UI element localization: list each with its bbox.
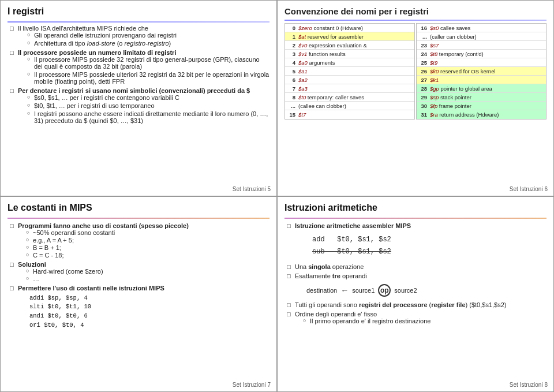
slide1-title: I registri bbox=[8, 6, 269, 17]
list-item: Il processore MIPS possiede 32 registri … bbox=[27, 56, 269, 70]
reg-row: 7 $a3 bbox=[285, 84, 414, 93]
reg-row: ... (callee can clobber) bbox=[285, 102, 414, 110]
slide1-divider bbox=[8, 21, 269, 23]
reg-row: 26 $k0 reserved for OS kernel bbox=[417, 67, 546, 76]
list-item: Hard-wired (come $zero) bbox=[26, 268, 269, 275]
reg-row: 28 $gp pointer to global area bbox=[417, 84, 546, 93]
reg-row: 4 $a0 arguments bbox=[285, 58, 414, 67]
list-item: $t0, $t1, … per i registri di uso tempor… bbox=[27, 102, 269, 109]
slide3-footer: Set Istruzioni 7 bbox=[233, 382, 271, 388]
reg-row: 23 $s7 bbox=[417, 41, 546, 50]
list-item: Istruzione aritmetiche assembler MIPS ad… bbox=[287, 222, 546, 259]
list-item: Gli operandi delle istruzioni provengano… bbox=[27, 32, 269, 39]
reg-row: 27 $k1 bbox=[417, 76, 546, 84]
list-item: Il processore possiede un numero limitat… bbox=[10, 49, 269, 85]
list-item: Per denotare i registri si usano nomi si… bbox=[10, 87, 269, 124]
slide2-footer: Set Istruzioni 6 bbox=[510, 186, 548, 192]
reg-row: 16 $s0 callee saves bbox=[417, 24, 546, 32]
slide4-footer: Set Istruzioni 8 bbox=[510, 382, 548, 388]
slide3-panel: Le costanti in MIPS Programmi fanno anch… bbox=[0, 196, 277, 393]
reg-row: 15 $t7 bbox=[285, 110, 414, 119]
reg-left-col: 0 $zero constant 0 (Hdware) 1 $at reserv… bbox=[285, 23, 415, 120]
reg-row: 5 $a1 bbox=[285, 67, 414, 76]
slide2-title: Convenzione dei nomi per i registri bbox=[285, 6, 546, 16]
slide1-panel: I registri Il livello ISA dell'architett… bbox=[0, 0, 277, 196]
list-item: Permettere l'uso di costanti nelle istru… bbox=[10, 285, 269, 330]
asm-line: add $t0, $s1, $s2 bbox=[312, 234, 546, 247]
reg-row: 29 $sp stack pointer bbox=[417, 93, 546, 102]
list-item: Esattamente tre operandi destination ← s… bbox=[287, 272, 546, 297]
slide4-divider bbox=[285, 218, 546, 219]
item-text: Il processore possiede un numero limitat… bbox=[18, 49, 176, 56]
reg-row: 8 $t0 temporary: caller saves bbox=[285, 93, 414, 102]
operand-diagram: destination ← source1 op source2 bbox=[306, 284, 546, 297]
slide1-content: Il livello ISA dell'architettura MIPS ri… bbox=[8, 25, 269, 124]
slide4-content: Istruzione aritmetiche assembler MIPS ad… bbox=[285, 222, 546, 324]
reg-row: ... (caller can clobber) bbox=[417, 32, 546, 41]
list-item: e.g., A = A + 5; bbox=[26, 237, 269, 244]
reg-row: 1 $at reserved for assembler bbox=[285, 32, 414, 41]
list-item: Una singola operazione bbox=[287, 263, 546, 270]
asm-example: add $t0, $s1, $s2 sub $t0, $s1, $s2 bbox=[312, 234, 546, 259]
list-item: Il processore MIPS possiede ulteriori 32… bbox=[27, 71, 269, 85]
list-item: I registri possono anche essere indicati… bbox=[27, 110, 269, 124]
list-item: … bbox=[26, 275, 269, 282]
list-item: Soluzioni Hard-wired (come $zero) … bbox=[10, 261, 269, 282]
slide4-title: Istruzioni aritmetiche bbox=[285, 203, 546, 213]
reg-row: 3 $v1 function results bbox=[285, 50, 414, 58]
reg-row: 30 $fp frame pointer bbox=[417, 102, 546, 110]
slide3-title: Le costanti in MIPS bbox=[8, 203, 269, 213]
asm-line: sub $t0, $s1, $s2 bbox=[312, 246, 546, 259]
reg-row: 25 $t9 bbox=[417, 58, 546, 67]
code-block: addi $sp, $sp, 4 slti $t0, $t1, 10 andi … bbox=[29, 294, 269, 330]
slide4-panel: Istruzioni aritmetiche Istruzione aritme… bbox=[277, 196, 554, 393]
list-item: B = B + 1; bbox=[26, 244, 269, 251]
slide3-divider bbox=[8, 218, 269, 219]
reg-row: 6 $a2 bbox=[285, 76, 414, 84]
slide2-panel: Convenzione dei nomi per i registri 0 $z… bbox=[277, 0, 554, 196]
list-item: Tutti gli operandi sono registri del pro… bbox=[287, 301, 546, 308]
reg-row: 24 $t8 temporary (cont'd) bbox=[417, 50, 546, 58]
slide1-footer: Set Istruzioni 5 bbox=[233, 186, 271, 192]
reg-row: 0 $zero constant 0 (Hdware) bbox=[285, 24, 414, 32]
list-item: $s0, $s1, … per i registri che contengon… bbox=[27, 94, 269, 101]
item-text: Per denotare i registri si usano nomi si… bbox=[18, 87, 250, 94]
op-circle: op bbox=[378, 284, 391, 297]
list-item: Il livello ISA dell'architettura MIPS ri… bbox=[10, 25, 269, 47]
slide3-content: Programmi fanno anche uso di costanti (s… bbox=[8, 222, 269, 330]
list-item: ~50% operandi sono costanti bbox=[26, 229, 269, 236]
reg-row: 2 $v0 expression evaluation & bbox=[285, 41, 414, 50]
list-item: Architettura di tipo load-store (o regis… bbox=[27, 40, 269, 47]
register-table: 0 $zero constant 0 (Hdware) 1 $at reserv… bbox=[285, 23, 546, 120]
slide2-divider bbox=[285, 20, 546, 21]
reg-row: 31 $ra return address (Hdware) bbox=[417, 110, 546, 119]
reg-right-col: 16 $s0 callee saves ... (caller can clob… bbox=[416, 23, 546, 120]
list-item: C = C - 18; bbox=[26, 252, 269, 259]
list-item: Ordine degli operandi e' fisso Il primo … bbox=[287, 311, 546, 324]
item-text: Il livello ISA dell'architettura MIPS ri… bbox=[18, 25, 148, 32]
list-item: Il primo operando e' il registro destina… bbox=[303, 318, 546, 324]
list-item: Programmi fanno anche uso di costanti (s… bbox=[10, 222, 269, 259]
